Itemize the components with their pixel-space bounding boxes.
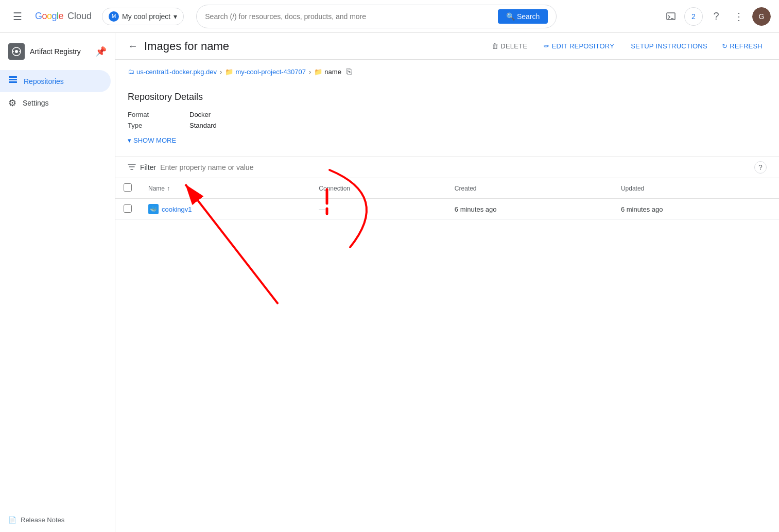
copy-icon: ⎘	[347, 67, 352, 76]
project-avatar: M	[109, 11, 119, 22]
topbar-right-actions: 2 ? ⋮ G	[662, 7, 771, 26]
sidebar-title: Artifact Registry	[30, 47, 81, 56]
settings-label: Settings	[23, 99, 49, 107]
refresh-button[interactable]: ↻ REFRESH	[718, 39, 767, 53]
setup-instructions-button[interactable]: SETUP INSTRUCTIONS	[627, 39, 712, 53]
updated-cell: 6 minutes ago	[613, 199, 779, 220]
cloud-text: Cloud	[67, 11, 92, 22]
user-avatar[interactable]: G	[752, 7, 771, 26]
filter-help-button[interactable]: ?	[754, 161, 767, 174]
filter-input[interactable]	[160, 163, 750, 171]
folder-icon: 🗂	[128, 68, 134, 76]
settings-icon: ⚙	[8, 97, 16, 109]
svg-rect-8	[9, 81, 17, 83]
back-button[interactable]: ←	[128, 40, 138, 52]
row-checkbox[interactable]	[124, 204, 132, 213]
delete-icon: 🗑	[492, 42, 498, 50]
repository-details-title: Repository Details	[128, 92, 767, 102]
sidebar-item-repositories[interactable]: Repositories	[0, 70, 111, 92]
more-options-button[interactable]: ⋮	[730, 7, 748, 26]
detail-type-row: Type Standard	[128, 122, 767, 129]
header-actions: 🗑 DELETE ✏ EDIT REPOSITORY SETUP INSTRUC…	[488, 39, 712, 53]
repositories-icon	[8, 75, 18, 87]
sidebar-nav: Repositories ⚙ Settings	[0, 66, 115, 118]
help-icon: ?	[713, 10, 719, 22]
chevron-down-icon: ▾	[128, 136, 131, 144]
format-label: Format	[128, 111, 189, 118]
search-bar: 🔍 Search	[196, 5, 557, 28]
table-header: Name ↑ Connection Created Updated	[115, 178, 779, 199]
search-input[interactable]	[205, 12, 494, 21]
sidebar: Artifact Registry 📌 Repositories ⚙ Setti…	[0, 33, 115, 532]
main-layout: Artifact Registry 📌 Repositories ⚙ Setti…	[0, 33, 779, 532]
google-logo: Google	[35, 11, 63, 22]
breadcrumb: 🗂 us-central1-docker.pkg.dev › 📁 my-cool…	[115, 60, 779, 83]
sort-asc-icon: ↑	[167, 185, 170, 192]
folder-icon-2: 📁	[225, 68, 233, 76]
docker-icon: 🐳	[148, 204, 159, 214]
sidebar-footer: 📄 Release Notes	[0, 508, 115, 532]
terminal-button[interactable]	[662, 7, 680, 26]
filter-label: Filter	[140, 163, 156, 171]
delete-button[interactable]: 🗑 DELETE	[488, 39, 531, 53]
release-notes-icon: 📄	[8, 516, 16, 524]
images-table: Name ↑ Connection Created Updated	[115, 178, 779, 220]
type-value: Standard	[189, 122, 217, 129]
page-header: ← Images for name 🗑 DELETE ✏ EDIT REPOSI…	[115, 33, 779, 60]
updated-column-header: Updated	[613, 178, 779, 199]
connection-cell: —	[310, 199, 446, 220]
created-column-header: Created	[446, 178, 613, 199]
search-icon: 🔍	[506, 12, 515, 21]
select-all-checkbox[interactable]	[124, 183, 132, 192]
project-selector[interactable]: M My cool project ▾	[102, 8, 184, 25]
release-notes-label: Release Notes	[21, 516, 64, 524]
filter-bar: Filter ?	[115, 157, 779, 178]
help-button[interactable]: ?	[707, 7, 725, 26]
menu-button[interactable]: ☰	[8, 7, 27, 26]
edit-repository-button[interactable]: ✏ EDIT REPOSITORY	[540, 39, 618, 53]
repository-details: Repository Details Format Docker Type St…	[115, 83, 779, 152]
edit-icon: ✏	[544, 42, 549, 50]
sidebar-item-settings[interactable]: ⚙ Settings	[0, 92, 111, 114]
chevron-down-icon: ▾	[174, 12, 177, 21]
google-cloud-logo: Google Cloud	[35, 11, 92, 22]
table-row: 🐳 cookingv1 — 6 minutes ago 6 minutes ag…	[115, 199, 779, 220]
artifact-registry-icon	[8, 43, 25, 60]
notification-badge[interactable]: 2	[684, 7, 703, 26]
created-cell: 6 minutes ago	[446, 199, 613, 220]
breadcrumb-project[interactable]: 📁 my-cool-project-430707	[225, 68, 306, 76]
back-icon: ←	[128, 40, 138, 52]
repositories-label: Repositories	[24, 77, 64, 85]
copy-path-button[interactable]: ⎘	[344, 66, 354, 77]
svg-rect-7	[9, 79, 17, 80]
row-checkbox-cell	[115, 199, 140, 220]
breadcrumb-registry-host[interactable]: 🗂 us-central1-docker.pkg.dev	[128, 68, 217, 76]
show-more-button[interactable]: ▾ SHOW MORE	[128, 132, 176, 148]
select-all-header	[115, 178, 140, 199]
breadcrumb-sep-1: ›	[220, 68, 222, 76]
images-table-container: Name ↑ Connection Created Updated	[115, 178, 779, 220]
name-column-header[interactable]: Name ↑	[140, 178, 310, 199]
connection-column-header: Connection	[310, 178, 446, 199]
topbar: ☰ Google Cloud M My cool project ▾ 🔍 Sea…	[0, 0, 779, 33]
breadcrumb-name: 📁 name	[314, 68, 341, 76]
svg-point-3	[15, 50, 18, 53]
image-link[interactable]: 🐳 cookingv1	[148, 204, 302, 214]
release-notes-link[interactable]: 📄 Release Notes	[8, 516, 107, 524]
project-name: My cool project	[122, 12, 170, 21]
breadcrumb-sep-2: ›	[309, 68, 311, 76]
pin-icon: 📌	[95, 46, 107, 57]
folder-icon-3: 📁	[314, 68, 322, 76]
type-label: Type	[128, 122, 189, 129]
main-content: ← Images for name 🗑 DELETE ✏ EDIT REPOSI…	[115, 33, 779, 532]
detail-format-row: Format Docker	[128, 111, 767, 118]
svg-rect-6	[9, 76, 17, 78]
search-button[interactable]: 🔍 Search	[498, 9, 548, 24]
refresh-icon: ↻	[722, 42, 728, 50]
format-value: Docker	[189, 111, 211, 118]
more-icon: ⋮	[734, 10, 744, 23]
terminal-icon	[666, 11, 676, 22]
table-body: 🐳 cookingv1 — 6 minutes ago 6 minutes ag…	[115, 199, 779, 220]
image-name-cell: 🐳 cookingv1	[140, 199, 310, 220]
sidebar-header[interactable]: Artifact Registry 📌	[0, 37, 115, 66]
